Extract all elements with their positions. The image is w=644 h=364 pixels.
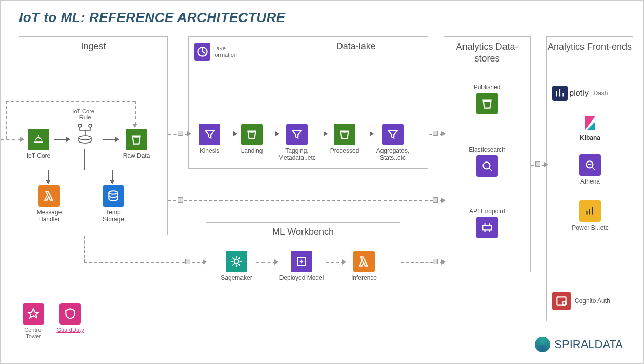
arrow (256, 262, 276, 263)
connector-node (433, 259, 438, 264)
connector (48, 170, 49, 181)
connector-node (433, 131, 438, 136)
arrowhead-icon (187, 131, 191, 136)
connector (135, 101, 136, 125)
arrowhead-icon (115, 137, 119, 142)
aggregates-node: Aggregates, Stats..etc (373, 124, 413, 162)
kibana-icon (583, 115, 597, 131)
arrowhead-icon (275, 131, 279, 136)
connector-node (185, 259, 190, 264)
iot-core-icon (28, 129, 49, 150)
plotly-dash-node: plotly | Dash (552, 86, 627, 101)
tagging-node: Tagging, Metadata..etc (278, 124, 315, 162)
model-icon (291, 251, 312, 272)
connector (48, 170, 120, 170)
lambda-icon (353, 251, 375, 272)
svg-point-7 (483, 163, 490, 169)
iot-rule-icon (76, 123, 94, 144)
bucket-icon (334, 124, 355, 145)
connector (84, 149, 85, 170)
ml-title: ML Workbench (206, 223, 400, 241)
funnel-icon (382, 124, 404, 145)
bucket-icon (241, 124, 263, 145)
arrowhead-icon (132, 124, 137, 128)
powerbi-icon (579, 200, 601, 222)
connector (84, 236, 85, 262)
connector (6, 101, 7, 139)
temp-storage-node: Temp Storage (95, 185, 131, 224)
svg-point-5 (234, 259, 239, 264)
lake-formation-node: Lake formation (194, 43, 246, 61)
lambda-icon (38, 185, 60, 207)
connector-node (535, 161, 540, 167)
published-node: Published (469, 82, 505, 114)
landing-node: Landing (236, 124, 267, 154)
connector (6, 101, 135, 102)
arrow (326, 262, 344, 263)
deployed-model-node: Deployed Model (278, 251, 325, 281)
athena-node: Athena (575, 154, 606, 185)
arrowhead-icon (274, 259, 278, 265)
elasticsearch-node: Elasticsearch (465, 144, 509, 177)
arrowhead-icon (20, 137, 24, 142)
svg-point-0 (79, 136, 91, 140)
raw-data-node: Raw Data (118, 129, 154, 159)
svg-point-2 (89, 124, 92, 127)
arrowhead-icon (342, 259, 346, 265)
datastores-title: Analytics Data-stores (444, 37, 530, 69)
connector-node (178, 131, 183, 136)
arrowhead-icon (324, 131, 328, 136)
arrowhead-icon (110, 180, 115, 184)
arrowhead-icon (441, 259, 446, 265)
lake-formation-icon (194, 43, 210, 61)
guardduty-icon (59, 303, 81, 325)
message-handler-node: Message Handler (31, 185, 67, 224)
elasticsearch-icon (476, 155, 498, 177)
cognito-icon (552, 292, 571, 310)
iot-rule-node: IoT Core - Rule (67, 108, 103, 146)
arrowhead-icon (203, 259, 207, 265)
svg-point-1 (78, 124, 82, 127)
arrowhead-icon (441, 131, 446, 136)
control-tower-icon (23, 303, 44, 325)
arrow (1, 139, 21, 140)
database-icon (103, 185, 124, 207)
kinesis-node: Kinesis (194, 124, 225, 154)
arrowhead-icon (544, 162, 548, 167)
sagemaker-node: Sagemaker (218, 251, 255, 281)
arrowhead-icon (370, 131, 374, 136)
swirl-icon (535, 337, 550, 352)
iot-core-node: IoT Core (23, 129, 54, 159)
arrowhead-icon (233, 131, 237, 136)
kibana-node: Kibana (575, 115, 606, 141)
cognito-node: Cognito Auth (552, 292, 629, 310)
brand-logo: SPIRALDATA (535, 337, 623, 352)
funnel-icon (286, 124, 308, 145)
arrowhead-icon (441, 198, 446, 203)
processed-node: Processed (328, 124, 361, 154)
svg-point-3 (109, 191, 117, 194)
arrowhead-icon (66, 137, 70, 142)
arrow (168, 200, 443, 201)
connector-node (433, 197, 438, 203)
frontends-title: Analytics Front-ends (547, 37, 633, 57)
datalake-title: Data-lake (284, 37, 428, 56)
guardduty-node: GuardDuty (55, 303, 86, 333)
powerbi-node: Power BI..etc (569, 200, 612, 231)
arrowhead-icon (46, 180, 51, 184)
connector (112, 170, 113, 181)
funnel-icon (199, 124, 220, 145)
api-gateway-icon (476, 217, 498, 238)
connector-node (178, 197, 183, 203)
athena-icon (579, 154, 601, 176)
bucket-icon (476, 93, 498, 114)
page-title: IoT to ML: REFERENCE ARCHITECTURE (19, 10, 286, 26)
sagemaker-icon (226, 251, 247, 272)
inference-node: Inference (346, 251, 382, 281)
control-tower-node: Control Tower (19, 303, 48, 340)
plotly-icon (552, 86, 568, 101)
bucket-icon (126, 129, 147, 150)
api-endpoint-node: API Endpoint (465, 206, 509, 238)
ingest-title: Ingest (19, 37, 167, 56)
svg-rect-9 (557, 297, 566, 305)
